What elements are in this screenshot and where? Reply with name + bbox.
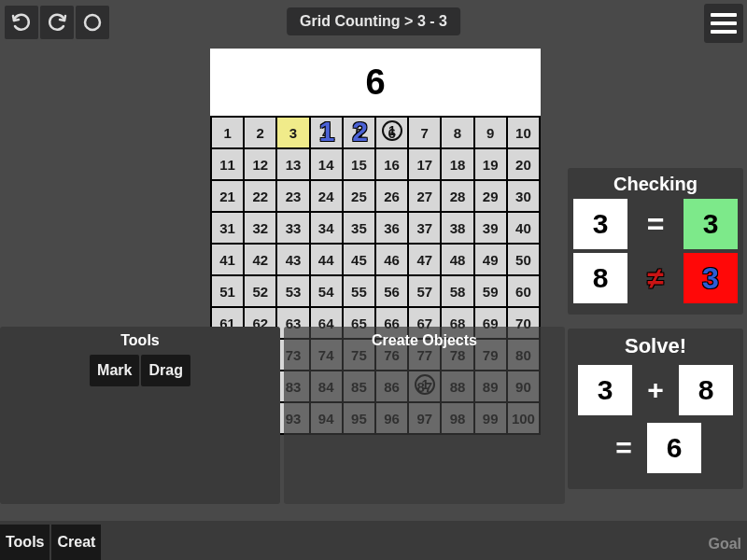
grid-cell[interactable]: 45 [344, 245, 374, 274]
menu-icon [711, 13, 737, 17]
grid-cell[interactable]: 59 [475, 276, 506, 306]
solve-panel: Solve! 3 + 8 = 6 [568, 329, 743, 489]
grid-cell[interactable]: 10 [508, 118, 539, 147]
create-objects-title: Create Objects [284, 327, 565, 355]
grid-cell[interactable]: 57 [409, 276, 440, 306]
redo-button[interactable] [40, 6, 74, 39]
tools-panel: Tools MarkDrag [0, 327, 280, 504]
solve-result[interactable]: 6 [647, 423, 701, 473]
grid-cell[interactable]: 37 [409, 213, 440, 243]
solve-b[interactable]: 8 [679, 365, 733, 415]
grid-cell[interactable]: 52 [245, 276, 275, 306]
grid-cell[interactable]: 23 [277, 181, 308, 211]
grid-cell[interactable]: 12 [245, 149, 275, 179]
grid-cell[interactable]: 2 [245, 118, 275, 147]
grid-cell[interactable]: 34 [311, 213, 342, 243]
grid-cell[interactable]: 8 [442, 118, 472, 147]
undo-button[interactable] [5, 6, 38, 39]
grid-cell[interactable]: 49 [475, 245, 506, 274]
grid-cell[interactable]: 58 [442, 276, 472, 306]
grid-cell[interactable]: 38 [442, 213, 472, 243]
solve-a[interactable]: 3 [578, 365, 632, 415]
grid-cell[interactable]: 24 [311, 181, 342, 211]
grid-cell[interactable]: 48 [442, 245, 472, 274]
grid-cell[interactable]: 50 [508, 245, 539, 274]
check-right[interactable]: 3 [684, 199, 738, 249]
display-number: 6 [210, 49, 541, 116]
checking-title: Checking [573, 174, 738, 195]
grid-cell[interactable]: 29 [475, 181, 506, 211]
status-button[interactable] [76, 6, 109, 39]
grid-cell[interactable]: 47 [409, 245, 440, 274]
bottom-bar: ToolsCreat Goal [0, 521, 747, 560]
grid-cell[interactable]: 11 [212, 149, 243, 179]
grid-cell[interactable]: 17 [409, 149, 440, 179]
grid-cell[interactable]: 40 [508, 213, 539, 243]
grid-cell[interactable]: 5 [344, 118, 374, 147]
goal-button[interactable]: Goal [708, 536, 741, 553]
bottom-tools[interactable]: Tools [0, 525, 49, 560]
grid-cell[interactable]: 22 [245, 181, 275, 211]
grid-cell[interactable]: 44 [311, 245, 342, 274]
grid-cell[interactable]: 27 [409, 181, 440, 211]
solve-op: + [641, 374, 669, 406]
undo-icon [10, 11, 33, 34]
grid-cell[interactable]: 51 [212, 276, 243, 306]
solve-title: Solve! [573, 334, 738, 358]
checking-panel: Checking 3=38≠3 [568, 168, 743, 315]
grid-cell[interactable]: 39 [475, 213, 506, 243]
grid-cell[interactable]: 42 [245, 245, 275, 274]
grid-cell[interactable]: 1 [212, 118, 243, 147]
redo-icon [46, 11, 68, 34]
grid-cell[interactable]: 30 [508, 181, 539, 211]
grid-cell[interactable]: 7 [409, 118, 440, 147]
grid-cell[interactable]: 36 [376, 213, 407, 243]
grid-cell[interactable]: 26 [376, 181, 407, 211]
grid-cell[interactable]: 4 [311, 118, 342, 147]
check-left[interactable]: 8 [573, 253, 627, 303]
grid-cell[interactable]: 60 [508, 276, 539, 306]
grid-cell[interactable]: 32 [245, 213, 275, 243]
circle-icon [81, 11, 104, 34]
grid-cell[interactable]: 31 [212, 213, 243, 243]
grid-cell[interactable]: 15 [344, 149, 374, 179]
overlay-circle: 1 [382, 120, 402, 141]
bottom-creat[interactable]: Creat [51, 525, 101, 560]
check-op-eq: = [632, 207, 679, 242]
solve-eq: = [610, 432, 638, 464]
grid-cell[interactable]: 20 [508, 149, 539, 179]
svg-point-0 [85, 15, 100, 30]
breadcrumb[interactable]: Grid Counting > 3 - 3 [287, 7, 460, 35]
grid-cell[interactable]: 41 [212, 245, 243, 274]
tool-mark[interactable]: Mark [90, 355, 139, 386]
tool-drag[interactable]: Drag [141, 355, 190, 386]
grid-cell[interactable]: 56 [376, 276, 407, 306]
grid-cell[interactable]: 16 [376, 149, 407, 179]
check-op-neq: ≠ [632, 261, 679, 296]
grid-cell[interactable]: 9 [475, 118, 506, 147]
grid-cell[interactable]: 18 [442, 149, 472, 179]
grid-cell[interactable]: 54 [311, 276, 342, 306]
menu-button[interactable] [704, 4, 743, 43]
grid-cell[interactable]: 3 [277, 118, 308, 147]
grid-cell[interactable]: 28 [442, 181, 472, 211]
tools-title: Tools [0, 327, 280, 355]
grid-cell[interactable]: 53 [277, 276, 308, 306]
grid-cell[interactable]: 35 [344, 213, 374, 243]
grid-cell[interactable]: 46 [376, 245, 407, 274]
grid-cell[interactable]: 25 [344, 181, 374, 211]
create-objects-panel: Create Objects [284, 327, 565, 504]
grid-cell[interactable]: 33 [277, 213, 308, 243]
check-right[interactable]: 3 [684, 253, 738, 303]
grid-cell[interactable]: 19 [475, 149, 506, 179]
grid-cell[interactable]: 43 [277, 245, 308, 274]
check-left[interactable]: 3 [573, 199, 627, 249]
grid-cell[interactable]: 55 [344, 276, 374, 306]
grid-cell[interactable]: 21 [212, 181, 243, 211]
grid-cell[interactable]: 14 [311, 149, 342, 179]
grid-cell[interactable]: 13 [277, 149, 308, 179]
